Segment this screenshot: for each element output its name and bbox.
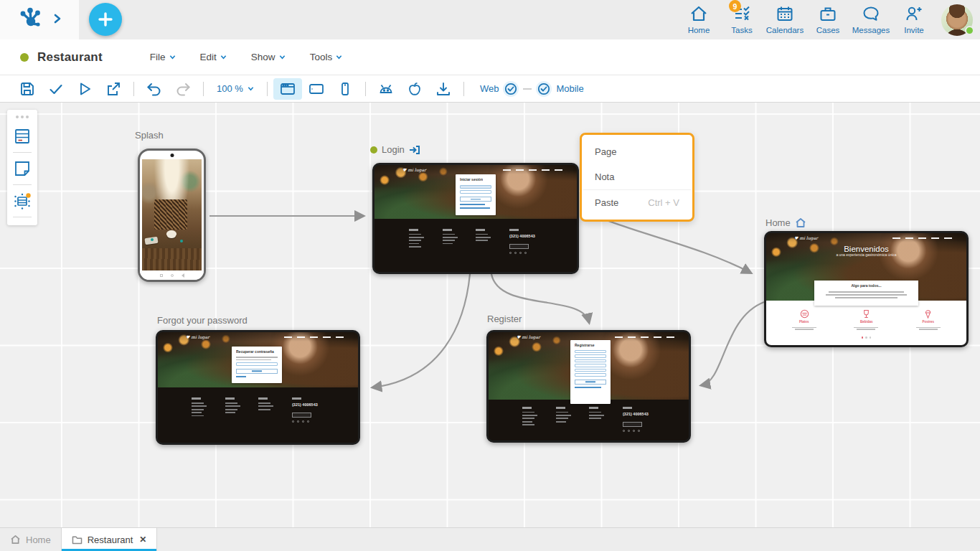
add-master-button[interactable] bbox=[10, 189, 34, 213]
screen-label-login[interactable]: Login bbox=[370, 144, 420, 155]
carousel-dots bbox=[766, 336, 966, 339]
global-nav: Home 9 Tasks bbox=[677, 0, 977, 39]
folder-icon bbox=[72, 535, 83, 545]
chevron-down-icon bbox=[336, 54, 342, 60]
export-ios-button[interactable] bbox=[400, 78, 429, 100]
home-intro-card: Algo para todos... bbox=[814, 281, 918, 306]
calendar-icon bbox=[776, 5, 794, 25]
toolbox-drag-handle[interactable] bbox=[16, 113, 29, 124]
save-button[interactable] bbox=[13, 78, 42, 100]
online-status-dot bbox=[965, 26, 974, 35]
nav-messages-button[interactable]: Messages bbox=[849, 5, 892, 34]
screen-register[interactable]: ♥ mi lugar Registrarse (321) 4006543 bbox=[486, 330, 691, 443]
chevron-down-icon bbox=[248, 85, 254, 92]
main-menus: File Edit Show Tools bbox=[150, 52, 342, 62]
wire-login-to-forgot[interactable] bbox=[373, 274, 470, 387]
project-status-dot bbox=[20, 53, 29, 62]
register-card: Registrarse bbox=[570, 340, 611, 404]
mobile-toggle[interactable] bbox=[536, 81, 552, 97]
nav-invite-button[interactable]: Invite bbox=[892, 5, 936, 34]
briefcase-icon bbox=[819, 5, 837, 25]
zoom-level-dropdown[interactable]: 100 % bbox=[217, 83, 254, 94]
page-widget-icon bbox=[13, 127, 32, 146]
apply-button[interactable] bbox=[42, 78, 70, 100]
context-menu-item-page[interactable]: Page bbox=[582, 139, 692, 164]
screen-label-home[interactable]: Home bbox=[765, 217, 806, 228]
toolbox-separator bbox=[13, 184, 32, 185]
web-toggle[interactable] bbox=[503, 81, 519, 97]
toolbox-separator bbox=[13, 152, 32, 153]
menu-file[interactable]: File bbox=[150, 52, 176, 62]
download-button[interactable] bbox=[429, 78, 458, 100]
tablet-icon bbox=[308, 81, 325, 97]
context-menu-item-nota[interactable]: Nota bbox=[582, 164, 692, 189]
tab-close-icon[interactable]: ✕ bbox=[139, 534, 146, 545]
screen-login[interactable]: ♥ mi lugar Iniciar sesión (321) 4006543 bbox=[372, 163, 579, 274]
home-tab-icon bbox=[10, 534, 21, 545]
nav-home-button[interactable]: Home bbox=[677, 5, 720, 34]
invite-user-icon bbox=[905, 5, 923, 25]
widget-toolbox bbox=[7, 110, 37, 225]
nav-cases-label: Cases bbox=[816, 26, 840, 34]
screen-splash[interactable] bbox=[138, 149, 206, 282]
design-canvas[interactable]: Splash Login ♥ mi lugar Iniciar sesión bbox=[0, 103, 980, 527]
nav-tasks-button[interactable]: 9 Tasks bbox=[720, 5, 763, 34]
screen-label-splash[interactable]: Splash bbox=[135, 130, 164, 141]
site-logo: ♥ mi lugar bbox=[186, 334, 209, 339]
phone-view-button[interactable] bbox=[331, 78, 359, 100]
screen-forgot-password[interactable]: ♥ mi lugar Recuperar contraseña (321) 40… bbox=[156, 330, 360, 445]
desktop-icon bbox=[279, 81, 296, 97]
home-page-icon bbox=[795, 217, 806, 228]
home-hero-title: Bienvenidos bbox=[766, 245, 966, 253]
add-note-button[interactable] bbox=[10, 156, 34, 181]
app-logo-icon[interactable] bbox=[19, 6, 43, 34]
sidebar-expand-chevron[interactable] bbox=[53, 14, 62, 27]
wire-home-to-register[interactable] bbox=[702, 302, 764, 385]
download-icon bbox=[435, 81, 452, 97]
feature-platos: Platos bbox=[784, 309, 824, 330]
footer-phone: (321) 4006543 bbox=[292, 402, 318, 407]
wine-glass-icon bbox=[862, 309, 871, 319]
phone-camera-dot bbox=[170, 154, 174, 157]
nav-calendars-button[interactable]: Calendars bbox=[763, 5, 806, 34]
add-new-button[interactable] bbox=[89, 3, 122, 36]
nav-messages-label: Messages bbox=[852, 26, 890, 34]
tablet-view-button[interactable] bbox=[302, 78, 331, 100]
ice-cream-icon bbox=[923, 309, 933, 319]
nav-cases-button[interactable]: Cases bbox=[806, 5, 849, 34]
add-page-widget-button[interactable] bbox=[10, 124, 34, 149]
tab-restaurant-label: Restaurant bbox=[88, 534, 133, 545]
desktop-view-button[interactable] bbox=[273, 78, 302, 100]
tab-home[interactable]: Home bbox=[0, 528, 61, 551]
screen-home[interactable]: ♥ mi lugar Bienvenidos a una experiencia… bbox=[764, 231, 969, 347]
web-toggle-label: Web bbox=[480, 83, 499, 94]
preview-button[interactable] bbox=[70, 78, 99, 100]
toolbox-separator bbox=[13, 217, 32, 217]
context-menu-item-paste[interactable]: Paste Ctrl + V bbox=[582, 190, 692, 215]
android-icon bbox=[377, 81, 395, 97]
share-button[interactable] bbox=[99, 78, 128, 100]
login-footer: (321) 4006543 bbox=[374, 219, 577, 273]
undo-icon bbox=[146, 81, 163, 97]
canvas-context-menu: Page Nota Paste Ctrl + V bbox=[580, 133, 694, 222]
undo-button[interactable] bbox=[140, 78, 169, 100]
check-icon bbox=[48, 81, 64, 97]
export-android-button[interactable] bbox=[372, 78, 400, 100]
forgot-footer: (321) 4006543 bbox=[158, 387, 358, 443]
chevron-down-icon bbox=[279, 54, 286, 60]
screen-label-forgot[interactable]: Forgot your password bbox=[157, 315, 248, 326]
screen-label-register[interactable]: Register bbox=[487, 314, 522, 324]
forgot-card: Recuperar contraseña bbox=[232, 347, 282, 383]
menu-show[interactable]: Show bbox=[251, 52, 286, 62]
home-hero-subtitle: a una experiencia gastronómica única bbox=[816, 253, 917, 258]
menu-edit[interactable]: Edit bbox=[200, 52, 227, 62]
site-logo: ♥ mi lugar bbox=[517, 334, 540, 339]
menu-tools[interactable]: Tools bbox=[310, 52, 343, 62]
note-icon bbox=[13, 159, 32, 178]
check-circle-icon bbox=[504, 83, 517, 95]
tab-restaurant[interactable]: Restaurant ✕ bbox=[61, 528, 158, 551]
redo-button[interactable] bbox=[169, 78, 197, 100]
feature-bebidas: Bebidas bbox=[847, 309, 887, 330]
toolbar-separator bbox=[133, 82, 134, 96]
user-avatar[interactable] bbox=[941, 4, 973, 36]
